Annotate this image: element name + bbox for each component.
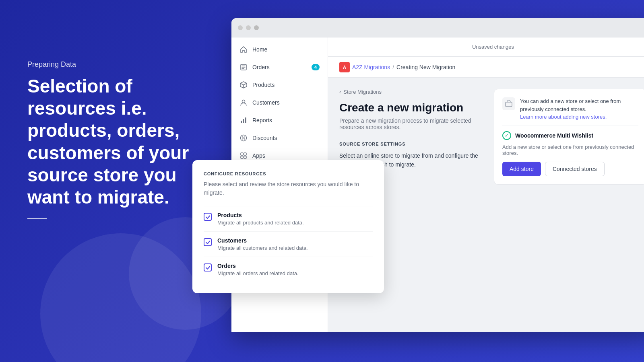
breadcrumb-app-name: A2Z Migrations <box>352 64 390 70</box>
configure-subtitle: Please select and review the store resou… <box>204 180 373 197</box>
orders-label: Orders <box>217 263 299 269</box>
products-checkbox[interactable] <box>204 213 212 221</box>
back-chevron-icon: ‹ <box>339 89 341 95</box>
svg-rect-9 <box>244 156 246 158</box>
svg-rect-6 <box>241 153 243 155</box>
browser-dot-3 <box>254 25 259 30</box>
orders-description: Migrate all orders and related data. <box>217 270 299 276</box>
customers-description: Migrate all customers and related data. <box>217 245 308 251</box>
products-description: Migrate all products and related data. <box>217 220 304 226</box>
store-info-card: You can add a new store or select one fr… <box>494 89 644 185</box>
unsaved-changes-text: Unsaved changes <box>472 44 514 50</box>
discounts-icon <box>239 134 248 142</box>
top-bar: Unsaved changes <box>328 37 644 57</box>
sidebar-label-apps: Apps <box>252 152 265 159</box>
customers-checkbox[interactable] <box>204 238 212 246</box>
sidebar-item-products[interactable]: Products <box>231 76 328 94</box>
orders-checkbox[interactable] <box>204 263 212 272</box>
page-title: Create a new migration <box>339 101 484 114</box>
sidebar-label-home: Home <box>252 46 267 53</box>
browser-dot-1 <box>238 25 243 30</box>
back-link-text: Store Migrations <box>343 89 382 95</box>
orders-badge: 4 <box>312 64 320 70</box>
breadcrumb: A A2Z Migrations / Creating New Migratio… <box>328 57 644 78</box>
customers-label: Customers <box>217 237 308 244</box>
svg-rect-10 <box>506 102 512 107</box>
store-button-row: Add store Connected stores <box>502 162 638 176</box>
left-panel: Preparing Data Selection of resources i.… <box>27 60 196 219</box>
products-icon <box>239 81 248 89</box>
sidebar-item-home[interactable]: Home <box>231 41 328 58</box>
connected-store-name: Woocommerce Multi Wishlist <box>515 132 593 139</box>
orders-icon <box>239 63 248 71</box>
browser-dot-2 <box>246 25 251 30</box>
sidebar-item-discounts[interactable]: Discounts <box>231 129 328 147</box>
store-card-icon <box>502 97 515 110</box>
page-subtitle: Prepare a new migration process to migra… <box>339 117 484 130</box>
svg-rect-8 <box>241 156 243 158</box>
sidebar-label-customers: Customers <box>252 99 280 106</box>
check-circle-icon: ✓ <box>502 131 511 140</box>
add-store-subtext: Add a new store or select one from previ… <box>502 144 638 156</box>
configure-title: CONFIGURE RESOURCES <box>204 171 373 176</box>
app-icon: A <box>339 62 350 72</box>
svg-rect-4 <box>245 117 246 123</box>
sidebar-label-discounts: Discounts <box>252 135 277 141</box>
products-resource-text: Products Migrate all products and relate… <box>217 212 304 226</box>
reports-icon <box>239 116 248 124</box>
sidebar-item-reports[interactable]: Reports <box>231 111 328 129</box>
preparing-label: Preparing Data <box>27 60 196 69</box>
add-store-button[interactable]: Add store <box>502 162 541 176</box>
svg-rect-2 <box>241 121 242 123</box>
orders-resource-text: Orders Migrate all orders and related da… <box>217 263 299 276</box>
sidebar-label-products: Products <box>252 82 275 88</box>
resource-item-products: Products Migrate all products and relate… <box>204 206 373 231</box>
back-link[interactable]: ‹ Store Migrations <box>339 89 484 95</box>
left-divider <box>27 218 47 219</box>
customers-resource-text: Customers Migrate all customers and rela… <box>217 237 308 251</box>
sidebar-label-reports: Reports <box>252 117 272 123</box>
store-card-info: You can add a new store or select one fr… <box>502 97 638 121</box>
connected-store-row: ✓ Woocommerce Multi Wishlist <box>502 125 638 144</box>
resource-item-customers: Customers Migrate all customers and rela… <box>204 231 373 257</box>
sidebar-item-customers[interactable]: Customers <box>231 94 328 111</box>
svg-point-1 <box>242 100 245 103</box>
svg-rect-3 <box>243 119 244 123</box>
main-heading: Selection of resources i.e. products, or… <box>27 75 196 208</box>
source-settings-label: SOURCE STORE SETTINGS <box>339 142 484 146</box>
store-card-text: You can add a new store or select one fr… <box>520 97 638 121</box>
apps-icon <box>239 152 248 160</box>
sidebar-item-orders[interactable]: Orders 4 <box>231 58 328 76</box>
svg-rect-7 <box>244 153 246 155</box>
connected-stores-button[interactable]: Connected stores <box>545 162 605 176</box>
store-info-text: You can add a new store or select one fr… <box>520 98 621 112</box>
home-icon <box>239 45 248 53</box>
breadcrumb-current-page: Creating New Migration <box>396 64 455 70</box>
customers-icon <box>239 99 248 107</box>
resource-item-orders: Orders Migrate all orders and related da… <box>204 257 373 282</box>
breadcrumb-separator: / <box>392 64 394 70</box>
configure-resources-panel: CONFIGURE RESOURCES Please select and re… <box>192 160 384 293</box>
learn-more-link[interactable]: Learn more about adding new stores. <box>520 114 607 120</box>
browser-chrome <box>231 18 644 37</box>
content-right: You can add a new store or select one fr… <box>494 89 644 321</box>
products-label: Products <box>217 212 304 218</box>
sidebar-label-orders: Orders <box>252 64 270 70</box>
